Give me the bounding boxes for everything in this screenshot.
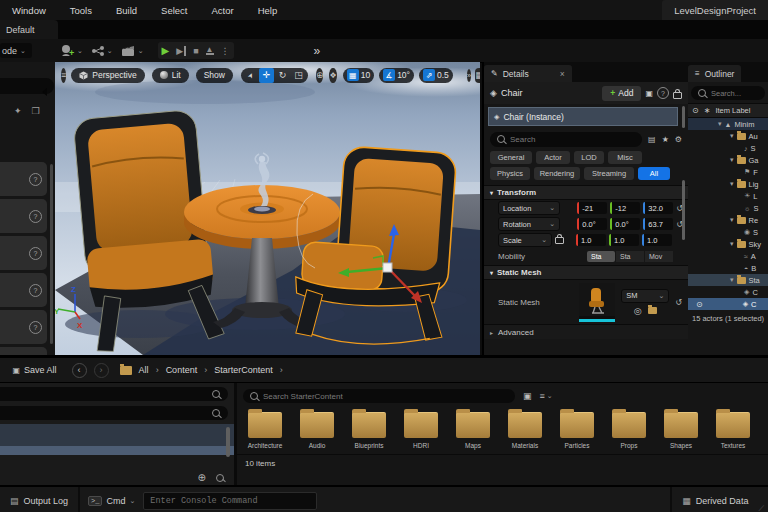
- filter-chip-physics[interactable]: Physics: [490, 167, 530, 180]
- folder-tile[interactable]: Blueprints: [343, 412, 395, 449]
- eye-column-icon[interactable]: ⊙: [692, 106, 699, 115]
- forward-button[interactable]: ›: [94, 363, 109, 378]
- editor-mode-select[interactable]: ode ⌄: [0, 43, 32, 58]
- add-collection-icon[interactable]: ⊕: [198, 472, 206, 483]
- folder-tree-item-selected[interactable]: [0, 446, 234, 455]
- folder-tile[interactable]: HDRI: [395, 412, 447, 449]
- use-selected-asset-icon[interactable]: ◎: [634, 306, 642, 316]
- details-scrollbar-thumb[interactable]: [682, 180, 685, 240]
- rotation-y-field[interactable]: 0.0°: [610, 218, 640, 230]
- item-label-column-header[interactable]: Item Label: [715, 106, 750, 115]
- blueprint-convert-icon[interactable]: ▣: [645, 89, 653, 98]
- outliner-row-actor[interactable]: ≈A: [688, 250, 768, 262]
- play-button[interactable]: ▶: [162, 45, 170, 56]
- angle-snap-control[interactable]: ∡ 10°: [379, 68, 414, 83]
- static-mesh-combo[interactable]: SM⌄: [621, 289, 669, 303]
- cmd-dropdown[interactable]: >_ Cmd ⌄: [80, 496, 143, 506]
- outliner-row-actor[interactable]: ◉S: [688, 226, 768, 238]
- location-x-field[interactable]: -21: [577, 202, 607, 214]
- favorites-search-input[interactable]: [0, 387, 228, 401]
- perspective-selector[interactable]: Perspective: [71, 68, 144, 83]
- rotation-z-field[interactable]: 63.7: [643, 218, 673, 230]
- place-actor-item[interactable]: ?: [0, 273, 47, 307]
- folder-tile[interactable]: Particles: [551, 412, 603, 449]
- pin-column-icon[interactable]: ∗: [704, 106, 711, 115]
- advanced-row[interactable]: Advanced: [498, 328, 534, 337]
- viewport-menu-button[interactable]: ≡: [61, 68, 66, 83]
- folder-tile[interactable]: Props: [603, 412, 655, 449]
- details-scrollbar[interactable]: [682, 106, 685, 128]
- filter-button[interactable]: ≡ ⌄: [540, 391, 553, 401]
- toolbar-overflow-button[interactable]: »: [314, 44, 321, 58]
- blueprints-button[interactable]: ⌄: [91, 45, 113, 57]
- filter-chip-misc[interactable]: Misc: [608, 151, 642, 164]
- scale-tool[interactable]: ◳: [291, 68, 306, 83]
- rotate-tool[interactable]: ↻: [275, 68, 290, 83]
- derived-data-button[interactable]: ▦ Derived Data: [670, 487, 758, 512]
- static-mesh-thumbnail[interactable]: [579, 283, 615, 322]
- menu-build[interactable]: Build: [104, 5, 149, 16]
- tab-default-level[interactable]: Default: [0, 20, 58, 39]
- console-command-input[interactable]: Enter Console Command: [143, 492, 317, 510]
- static-mesh-section-header[interactable]: ▾ Static Mesh: [484, 265, 688, 280]
- location-z-field[interactable]: 32.0: [643, 202, 673, 214]
- save-search-icon[interactable]: ▣: [523, 391, 532, 401]
- location-dropdown[interactable]: Location⌄: [498, 201, 560, 215]
- details-search-input[interactable]: Search: [490, 132, 642, 147]
- outliner-row-actor-selected[interactable]: ⊙◈C: [688, 298, 768, 310]
- search-icon[interactable]: [216, 474, 224, 482]
- folder-tile[interactable]: Architecture: [239, 412, 291, 449]
- outliner-row-actor[interactable]: ☼S: [688, 202, 768, 214]
- outliner-search-input[interactable]: Search...: [691, 86, 765, 100]
- mobility-static[interactable]: Sta: [587, 251, 615, 262]
- folder-tile[interactable]: Materials: [499, 412, 551, 449]
- scale-snap-control[interactable]: ⇗ 0.5: [419, 68, 453, 83]
- scale-dropdown[interactable]: Scale⌄: [498, 233, 552, 247]
- folder-tree-item[interactable]: [0, 424, 234, 446]
- place-actor-item[interactable]: ?: [0, 199, 47, 233]
- grid-snap-control[interactable]: ▦ 10: [343, 68, 374, 83]
- outliner-row-folder[interactable]: ▾Sta: [688, 274, 768, 286]
- outliner-row-folder[interactable]: ▾Au: [688, 130, 768, 142]
- outliner-row-actor[interactable]: ⚑F: [688, 166, 768, 178]
- cinematics-button[interactable]: ⌄: [121, 45, 144, 57]
- move-tool[interactable]: ✛: [259, 68, 274, 83]
- scale-x-field[interactable]: 1.0: [576, 234, 606, 246]
- browse-to-asset-icon[interactable]: [648, 307, 657, 314]
- maximize-viewport-button[interactable]: ▦: [475, 68, 480, 83]
- surface-snap-toggle[interactable]: ❖: [329, 68, 336, 83]
- output-log-button[interactable]: ▤ Output Log: [0, 487, 80, 512]
- filter-chip-rendering[interactable]: Rendering: [534, 167, 580, 180]
- filter-chip-lod[interactable]: LOD: [574, 151, 604, 164]
- crumb-startercontent[interactable]: StarterContent: [214, 365, 273, 375]
- mobility-movable[interactable]: Mov: [645, 251, 673, 262]
- stop-button[interactable]: ■: [193, 46, 198, 56]
- folder-tile[interactable]: Maps: [447, 412, 499, 449]
- mobility-stationary[interactable]: Sta: [616, 251, 644, 262]
- scale-z-field[interactable]: 1.0: [642, 234, 672, 246]
- menu-window[interactable]: Window: [0, 5, 58, 16]
- viewport-overflow-button[interactable]: »: [467, 69, 471, 82]
- rotation-x-field[interactable]: 0.0°: [577, 218, 607, 230]
- tab-outliner[interactable]: ≡ Outliner: [688, 65, 741, 82]
- outliner-row-actor[interactable]: ◓B: [688, 262, 768, 274]
- show-menu[interactable]: Show: [196, 68, 233, 83]
- place-actor-item[interactable]: ?: [0, 162, 47, 196]
- sources-search-input[interactable]: [0, 406, 228, 420]
- menu-tools[interactable]: Tools: [58, 5, 104, 16]
- settings-gear-icon[interactable]: ⚙: [675, 135, 682, 144]
- filter-chip-general[interactable]: General: [490, 151, 532, 164]
- folder-tile[interactable]: Shapes: [655, 412, 707, 449]
- tab-details[interactable]: ✎ Details ×: [484, 65, 572, 82]
- outliner-row-actor[interactable]: ☀L: [688, 190, 768, 202]
- filter-chip-streaming[interactable]: Streaming: [584, 167, 634, 180]
- place-actor-item[interactable]: ?: [0, 310, 47, 344]
- outliner-row-actor[interactable]: ♪S: [688, 142, 768, 154]
- lit-mode-selector[interactable]: Lit: [152, 68, 189, 83]
- add-actor-button[interactable]: + ⌄: [60, 44, 83, 57]
- viewport[interactable]: Z Y X ≡ Perspective Lit Show ➤: [55, 62, 480, 355]
- filter-chip-actor[interactable]: Actor: [536, 151, 570, 164]
- menu-select[interactable]: Select: [149, 5, 199, 16]
- crumb-content[interactable]: Content: [166, 365, 198, 375]
- resize-grip[interactable]: ⟋: [758, 504, 768, 512]
